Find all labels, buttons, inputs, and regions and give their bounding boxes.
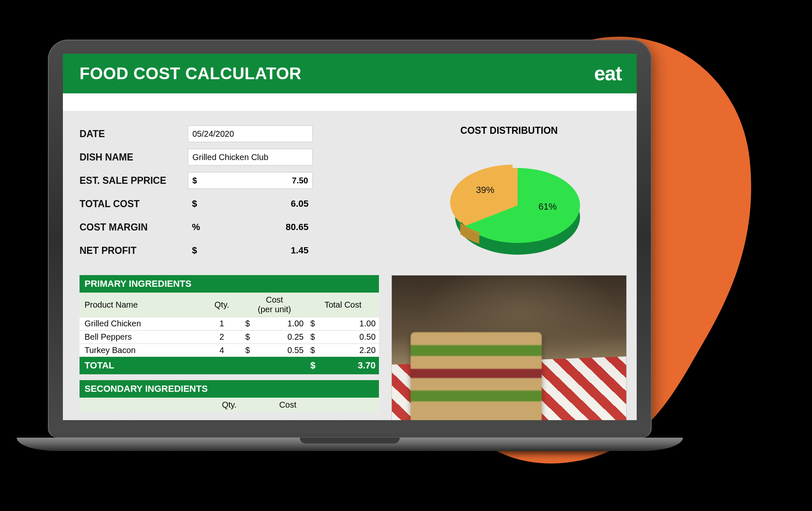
cell-name: Turkey Bacon	[80, 344, 202, 357]
primary-total-value: 3.70	[319, 357, 379, 374]
primary-total-cur: $	[307, 357, 319, 374]
dish-name-value: Grilled Chicken Club	[192, 153, 268, 162]
cost-margin-display: % 80.65	[188, 222, 313, 233]
secondary-columns-partial: Qty. Cost	[80, 398, 379, 412]
cell-unit-cur: $	[242, 317, 254, 331]
col-cost-line1: Cost	[245, 295, 304, 305]
sale-price-currency: $	[192, 176, 197, 185]
secondary-ingredients-header: SECONDARY INGREDIENTS	[80, 380, 379, 398]
date-input[interactable]: 05/24/2020	[188, 125, 313, 142]
net-profit-display: $ 1.45	[188, 245, 313, 256]
net-profit-currency: $	[192, 245, 197, 256]
primary-ingredients-table: Product Name Qty. Cost (per unit) Total …	[80, 293, 379, 374]
col-qty: Qty.	[202, 293, 242, 317]
dish-name-input[interactable]: Grilled Chicken Club	[188, 149, 313, 165]
total-cost-label: TOTAL COST	[80, 198, 188, 210]
laptop-base	[17, 438, 683, 451]
col-cost-line2: (per unit)	[245, 305, 304, 314]
cost-distribution-title: COST DISTRIBUTION	[391, 125, 627, 136]
photo-sandwich	[411, 332, 542, 420]
laptop-bezel: FOOD COST CALCULATOR eat DATE 05/24/2020…	[48, 40, 652, 438]
cell-tot-cur: $	[307, 344, 319, 357]
sale-price-input[interactable]: $ 7.50	[188, 172, 313, 189]
col-total-cost: Total Cost	[307, 293, 379, 317]
title-bar: FOOD COST CALCULATOR eat	[63, 54, 637, 93]
brand-logo: eat	[594, 62, 622, 85]
cost-margin-label: COST MARGIN	[80, 222, 188, 233]
cost-margin-symbol: %	[192, 222, 200, 233]
sale-price-value: 7.50	[292, 176, 308, 185]
total-cost-currency: $	[192, 198, 197, 209]
table-row: Grilled Chicken 1 $ 1.00 $ 1.00	[80, 317, 379, 331]
cell-name: Bell Peppers	[80, 331, 202, 344]
laptop-mockup: FOOD COST CALCULATOR eat DATE 05/24/2020…	[48, 40, 652, 473]
cell-qty: 1	[202, 317, 242, 331]
col-product-name: Product Name	[80, 293, 202, 317]
cost-distribution-pie-chart: 39% 61%	[422, 147, 597, 264]
col-cost-per-unit: Cost (per unit)	[242, 293, 307, 317]
total-cost-value: 6.05	[291, 198, 309, 209]
secondary-col-qty: Qty.	[200, 400, 259, 410]
cell-tot: 1.00	[319, 317, 379, 331]
dish-photo	[391, 275, 627, 420]
page-title: FOOD COST CALCULATOR	[80, 64, 301, 83]
screen: FOOD COST CALCULATOR eat DATE 05/24/2020…	[63, 54, 637, 420]
cell-tot: 0.50	[319, 331, 379, 344]
primary-ingredients-header: PRIMARY INGREDIENTS	[80, 275, 379, 293]
dish-name-label: DISH NAME	[80, 152, 188, 163]
table-row: Turkey Bacon 4 $ 0.55 $ 2.20	[80, 344, 379, 357]
cell-tot-cur: $	[307, 331, 319, 344]
sale-price-label: EST. SALE PPRICE	[80, 175, 188, 186]
cell-qty: 2	[202, 331, 242, 344]
spacer	[63, 93, 637, 111]
cost-margin-value: 80.65	[286, 222, 309, 233]
cell-unit-cur: $	[242, 331, 254, 344]
cell-unit: 0.25	[254, 331, 307, 344]
cell-name: Grilled Chicken	[80, 317, 202, 331]
date-value: 05/24/2020	[192, 129, 234, 139]
form-panel: DATE 05/24/2020 DISH NAME Grilled Chicke…	[80, 125, 379, 265]
pie-slice-a-label: 61%	[538, 201, 557, 212]
cell-unit: 1.00	[254, 317, 307, 331]
primary-total-label: TOTAL	[80, 357, 307, 374]
primary-total-row: TOTAL $ 3.70	[80, 357, 379, 374]
cell-unit: 0.55	[254, 344, 307, 357]
cell-qty: 4	[202, 344, 242, 357]
date-label: DATE	[80, 128, 188, 140]
cell-unit-cur: $	[242, 344, 254, 357]
cell-tot-cur: $	[307, 317, 319, 331]
table-row: Bell Peppers 2 $ 0.25 $ 0.50	[80, 331, 379, 344]
cell-tot: 2.20	[319, 344, 379, 357]
total-cost-display: $ 6.05	[188, 198, 313, 209]
net-profit-label: NET PROFIT	[80, 245, 188, 256]
pie-slice-b-label: 39%	[476, 185, 494, 195]
secondary-col-cost: Cost	[259, 400, 317, 410]
net-profit-value: 1.45	[291, 245, 309, 256]
